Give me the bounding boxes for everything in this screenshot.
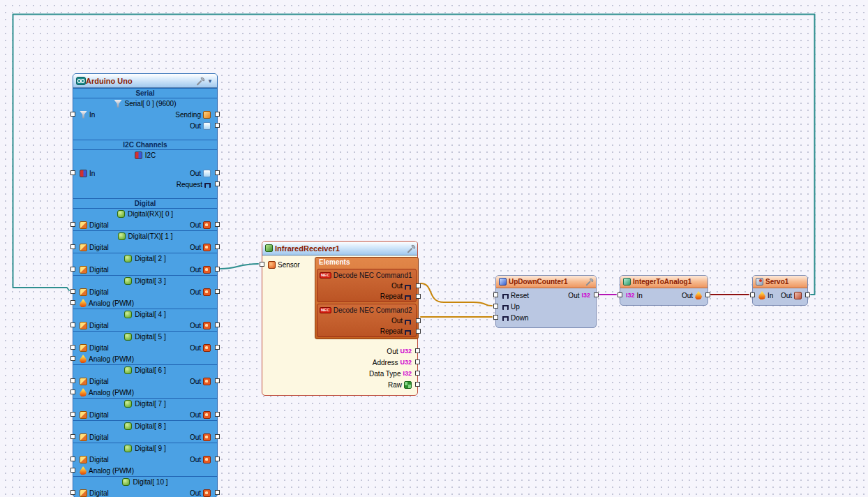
counter-input-pins: ResetUpDown — [496, 290, 561, 323]
pin-connector[interactable] — [70, 468, 75, 473]
pin-connector[interactable] — [215, 412, 220, 417]
pin-connector[interactable] — [215, 490, 220, 495]
pin-label: Out — [568, 292, 579, 299]
elements-panel: Elements NECDecode NEC Command1OutRepeat… — [315, 257, 419, 339]
pin-label: Digital — [89, 433, 109, 441]
pin-connector[interactable] — [416, 318, 421, 323]
i2a-header[interactable]: IntegerToAnalog1 — [620, 276, 708, 288]
servo-component[interactable]: Servo1 In Out — [752, 275, 808, 306]
pin-row: Analog (PWM) — [73, 387, 217, 398]
pin-connector[interactable] — [215, 434, 220, 439]
pin-connector[interactable] — [70, 322, 75, 327]
pin-connector[interactable] — [415, 382, 420, 387]
ir-header[interactable]: InfraredReceiver1 — [262, 242, 417, 255]
pin-connector[interactable] — [493, 304, 498, 309]
counter-header[interactable]: UpDownCounter1 — [496, 276, 596, 288]
decode-nec-element[interactable]: NECDecode NEC Command1OutRepeat — [317, 269, 417, 302]
pin-connector[interactable] — [805, 292, 810, 297]
pin-label: Analog (PWM) — [89, 467, 134, 475]
pin-connector[interactable] — [493, 292, 498, 297]
pin-connector[interactable] — [415, 371, 420, 376]
pin-connector[interactable] — [70, 112, 75, 117]
serial-funnel-icon — [114, 100, 122, 107]
wrench-icon[interactable] — [407, 244, 414, 252]
pin-connector[interactable] — [416, 329, 421, 334]
updown-counter-component[interactable]: UpDownCounter1 ResetUpDown OutI32 — [495, 275, 597, 328]
pin-connector[interactable] — [70, 244, 75, 249]
pin-connector[interactable] — [215, 112, 220, 117]
pin-connector[interactable] — [70, 267, 75, 272]
pin-connector[interactable] — [70, 300, 75, 305]
pin-connector[interactable] — [618, 292, 622, 297]
wrench-icon[interactable] — [585, 278, 593, 285]
visuino-design-canvas[interactable]: Arduino Uno SerialSerial[ 0 ] (9600)InSe… — [0, 0, 868, 497]
pin-connector[interactable] — [215, 378, 220, 383]
pin-connector[interactable] — [215, 181, 220, 186]
wrench-icon[interactable] — [196, 77, 204, 84]
pin-connector[interactable] — [70, 170, 75, 175]
pin-connector[interactable] — [594, 292, 599, 297]
pin-right: Out — [190, 344, 211, 352]
pin-left: Digital — [80, 244, 109, 251]
decode-nec-element[interactable]: NECDecode NEC Command2OutRepeat — [317, 304, 417, 337]
pin-connector[interactable] — [416, 294, 421, 299]
elements-panel-title: Elements — [317, 258, 417, 267]
pin-connector[interactable] — [70, 490, 75, 495]
digital-channel-icon — [118, 232, 126, 240]
pin-label: Digital — [89, 411, 109, 419]
pin-connector[interactable] — [70, 222, 75, 227]
ir-output-pins: OutU32AddressU32Data TypeI32Raw — [262, 346, 417, 390]
pin-row: Down — [496, 312, 561, 323]
flame-icon — [80, 388, 87, 396]
pin-label: Data Type — [369, 370, 401, 378]
pin-connector[interactable] — [215, 244, 220, 249]
pin-connector[interactable] — [215, 170, 220, 175]
pin-right: Sending — [175, 111, 211, 119]
pin-label: Out — [190, 411, 201, 419]
pin-label: Out — [391, 317, 403, 325]
pin-connector[interactable] — [415, 348, 420, 353]
arduino-uno-component[interactable]: Arduino Uno SerialSerial[ 0 ] (9600)InSe… — [73, 73, 218, 497]
digital-pin-icon — [80, 456, 87, 463]
pin-connector[interactable] — [215, 222, 220, 227]
pin-row: Reset — [496, 290, 561, 301]
servo-header[interactable]: Servo1 — [753, 276, 807, 288]
pin-connector[interactable] — [70, 390, 75, 394]
pin-connector[interactable] — [70, 345, 75, 350]
pulse-icon — [405, 295, 411, 300]
wire-ir-command1-out-to-counter-up[interactable] — [421, 283, 492, 306]
pin-connector[interactable] — [705, 292, 710, 297]
pin-connector[interactable] — [70, 378, 75, 383]
pulse-icon — [204, 183, 211, 188]
pin-connector[interactable] — [750, 292, 755, 297]
arduino-header[interactable]: Arduino Uno — [73, 74, 217, 88]
ir-receiver-icon — [265, 244, 273, 252]
pin-connector[interactable] — [215, 267, 220, 272]
pin-connector[interactable] — [215, 322, 220, 327]
pin-connector[interactable] — [70, 412, 75, 417]
pin-row: DigitalOut — [73, 487, 217, 497]
dropdown-icon[interactable] — [206, 77, 214, 85]
wire-arduino-digital2-out-to-ir-sensor[interactable] — [220, 264, 258, 269]
pin-connector[interactable] — [215, 345, 220, 350]
pin-connector[interactable] — [260, 262, 264, 267]
digital-out-icon — [203, 288, 211, 296]
infrared-receiver-component[interactable]: InfraredReceiver1 Sensor Elements NECDec… — [262, 241, 418, 396]
digital-channel-icon — [124, 311, 132, 318]
pin-connector[interactable] — [215, 457, 220, 461]
pin-connector[interactable] — [70, 457, 75, 461]
pin-connector[interactable] — [493, 315, 498, 320]
pin-connector[interactable] — [416, 283, 421, 288]
pin-connector[interactable] — [70, 434, 75, 439]
pin-connector[interactable] — [70, 356, 75, 361]
pulse-icon — [405, 285, 411, 290]
pin-left: Analog (PWM) — [80, 388, 134, 396]
pin-connector[interactable] — [215, 289, 220, 294]
integer-to-analog-component[interactable]: IntegerToAnalog1 I32In Out — [620, 275, 708, 306]
pin-connector[interactable] — [415, 359, 420, 364]
pin-connector[interactable] — [70, 289, 75, 294]
pin-connector[interactable] — [215, 123, 220, 128]
pin-label: Digital — [89, 288, 109, 296]
i2c-icon — [135, 151, 142, 159]
section-header: I2C Channels — [73, 140, 217, 149]
